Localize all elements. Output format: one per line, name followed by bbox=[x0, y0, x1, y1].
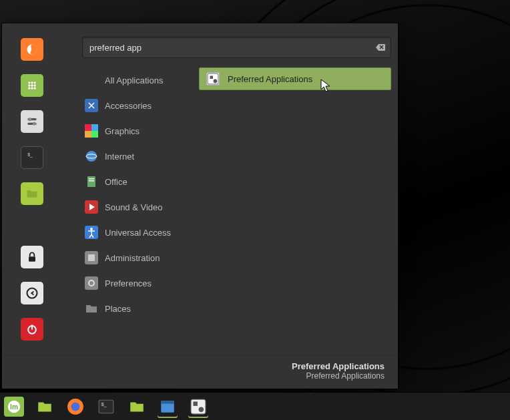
lock-icon bbox=[25, 250, 39, 264]
toggles-icon bbox=[25, 115, 39, 128]
category-label: Preferences bbox=[105, 278, 152, 288]
category-graphics[interactable]: Graphics bbox=[82, 118, 192, 144]
terminal-icon: $_ bbox=[97, 398, 115, 415]
category-label: Internet bbox=[105, 152, 134, 162]
category-label: All Applications bbox=[105, 75, 163, 85]
svg-text:$_: $_ bbox=[101, 401, 107, 407]
category-administration[interactable]: Administration bbox=[82, 245, 192, 270]
svg-point-2 bbox=[31, 81, 33, 83]
category-label: Administration bbox=[105, 253, 160, 263]
grid-icon bbox=[25, 79, 39, 92]
category-label: Places bbox=[105, 304, 131, 314]
folder-icon bbox=[128, 398, 146, 415]
svg-point-1 bbox=[28, 81, 30, 83]
results-list: Preferred Applications bbox=[199, 67, 391, 349]
search-field-wrapper bbox=[82, 37, 391, 58]
svg-rect-47 bbox=[193, 401, 198, 406]
preferred-apps-icon bbox=[206, 72, 220, 85]
clear-search-button[interactable] bbox=[375, 42, 386, 53]
svg-point-13 bbox=[33, 122, 36, 126]
category-list: All Applications Accessories Graphics In… bbox=[82, 67, 192, 349]
favorite-terminal[interactable]: $_ bbox=[21, 146, 43, 169]
application-menu: $_ bbox=[1, 23, 399, 389]
category-internet[interactable]: Internet bbox=[82, 144, 192, 169]
category-preferences[interactable]: Preferences bbox=[82, 270, 192, 296]
folder-icon bbox=[85, 302, 98, 315]
footer-title: Preferred Applications bbox=[15, 361, 385, 371]
taskbar-files[interactable] bbox=[35, 397, 55, 417]
favorite-settings[interactable] bbox=[21, 110, 43, 133]
category-all-applications[interactable]: All Applications bbox=[82, 67, 192, 93]
graphics-icon bbox=[85, 124, 98, 138]
admin-icon bbox=[85, 251, 98, 264]
svg-point-31 bbox=[90, 228, 93, 230]
category-label: Graphics bbox=[105, 126, 140, 136]
svg-rect-15 bbox=[29, 256, 35, 262]
blank-icon bbox=[85, 73, 98, 87]
svg-point-48 bbox=[199, 407, 204, 412]
taskbar-app-running[interactable] bbox=[158, 397, 178, 417]
accessibility-icon bbox=[85, 226, 98, 239]
svg-point-11 bbox=[28, 118, 31, 121]
svg-point-6 bbox=[34, 84, 36, 86]
category-label: Accessories bbox=[105, 101, 152, 111]
svg-rect-26 bbox=[87, 176, 95, 187]
svg-point-3 bbox=[34, 81, 36, 83]
favorites-rail: $_ bbox=[2, 23, 75, 355]
svg-point-4 bbox=[28, 84, 30, 86]
taskbar-menu-button[interactable]: lm bbox=[4, 397, 24, 417]
taskbar-preferred-apps[interactable] bbox=[188, 397, 208, 417]
category-universal-access[interactable]: Universal Access bbox=[82, 220, 192, 245]
svg-point-7 bbox=[28, 87, 30, 89]
menu-footer: Preferred Applications Preferred Applica… bbox=[2, 355, 398, 389]
document-icon bbox=[85, 175, 98, 188]
taskbar-files-2[interactable] bbox=[127, 397, 147, 417]
search-input[interactable] bbox=[82, 37, 391, 58]
svg-rect-23 bbox=[91, 131, 98, 138]
svg-rect-34 bbox=[85, 276, 98, 290]
play-icon bbox=[85, 200, 98, 214]
favorite-lock[interactable] bbox=[21, 246, 43, 268]
favorite-software-manager[interactable] bbox=[21, 74, 43, 97]
favorite-power[interactable] bbox=[21, 318, 43, 341]
svg-rect-27 bbox=[89, 178, 94, 180]
folder-icon bbox=[25, 187, 39, 200]
firefox-icon bbox=[67, 398, 84, 415]
svg-text:lm: lm bbox=[10, 403, 18, 410]
taskbar-firefox[interactable] bbox=[65, 397, 85, 417]
logout-icon bbox=[25, 286, 39, 300]
svg-rect-46 bbox=[191, 399, 206, 414]
taskbar-terminal[interactable]: $_ bbox=[96, 397, 116, 417]
svg-rect-21 bbox=[91, 124, 98, 131]
terminal-icon: $_ bbox=[25, 151, 39, 164]
category-label: Sound & Video bbox=[105, 202, 163, 212]
window-icon bbox=[159, 398, 176, 415]
svg-point-41 bbox=[71, 402, 80, 411]
category-places[interactable]: Places bbox=[82, 296, 192, 321]
favorite-logout[interactable] bbox=[21, 282, 43, 304]
backspace-icon bbox=[375, 42, 386, 53]
result-preferred-applications[interactable]: Preferred Applications bbox=[199, 67, 391, 90]
favorite-firefox[interactable] bbox=[21, 38, 43, 61]
preferred-apps-icon bbox=[190, 398, 207, 415]
power-icon bbox=[25, 323, 39, 336]
svg-point-37 bbox=[214, 79, 218, 83]
category-label: Office bbox=[105, 177, 127, 187]
footer-description: Preferred Applications bbox=[15, 371, 385, 381]
svg-point-8 bbox=[31, 87, 33, 89]
taskbar: lm $_ bbox=[0, 392, 510, 420]
category-office[interactable]: Office bbox=[82, 169, 192, 194]
category-sound-video[interactable]: Sound & Video bbox=[82, 194, 192, 220]
category-accessories[interactable]: Accessories bbox=[82, 93, 192, 118]
mint-icon: lm bbox=[7, 399, 21, 414]
favorite-files[interactable] bbox=[21, 182, 43, 205]
result-label: Preferred Applications bbox=[228, 74, 312, 84]
svg-rect-33 bbox=[88, 254, 95, 261]
scissors-icon bbox=[85, 99, 98, 112]
firefox-icon bbox=[25, 43, 39, 56]
svg-rect-22 bbox=[85, 131, 91, 138]
svg-point-5 bbox=[31, 84, 33, 86]
svg-point-9 bbox=[34, 87, 36, 89]
svg-text:$_: $_ bbox=[27, 152, 33, 158]
gear-icon bbox=[85, 276, 98, 290]
